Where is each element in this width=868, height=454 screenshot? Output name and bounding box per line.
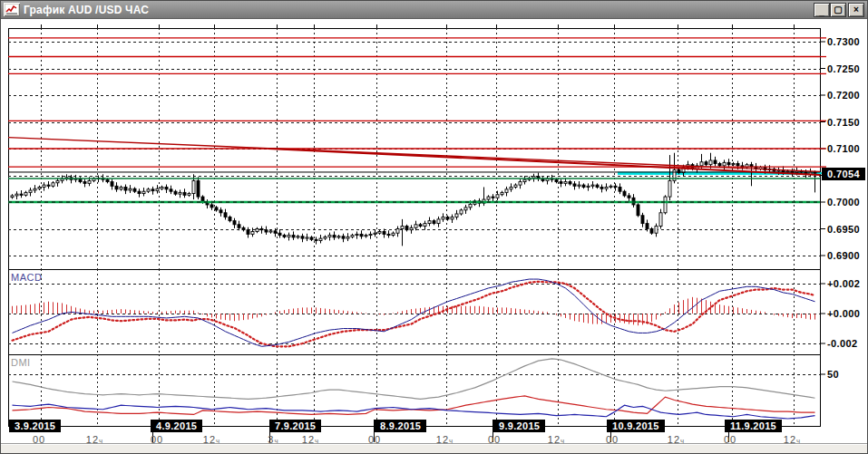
candle-body [451, 217, 454, 219]
macd-tick-label: +0.000 [827, 308, 860, 319]
chart-window: График AUD /USD ЧАС _ ▢ × MACD DMI 0.705… [0, 0, 868, 454]
candle-body [278, 233, 281, 235]
candle-body [365, 236, 367, 237]
candle-body [260, 229, 263, 230]
candle-body [442, 217, 444, 219]
candle-body [34, 188, 36, 190]
candle-body [142, 191, 145, 193]
candle-body [469, 204, 472, 208]
candle-body [510, 187, 512, 188]
candle-body [265, 230, 268, 232]
candle-body [120, 187, 122, 188]
candle-body [700, 162, 703, 166]
candle-body [732, 164, 735, 165]
candle-body [582, 185, 585, 187]
date-label: 3.9.2015 [9, 420, 61, 432]
date-label: 7.9.2015 [269, 420, 321, 432]
candle-body [219, 210, 222, 213]
candle-body [319, 238, 322, 240]
date-label: 4.9.2015 [151, 420, 202, 432]
candle-body [124, 187, 127, 190]
candle-body [505, 189, 508, 193]
candle-body [600, 187, 603, 188]
candle-body [342, 237, 345, 238]
candle-body [83, 182, 86, 184]
candle-body [492, 197, 494, 198]
candle-body [446, 217, 449, 219]
candle-body [15, 194, 18, 196]
candle-body [151, 189, 154, 191]
price-tick-label: 0.7250 [827, 63, 860, 74]
candle-body [129, 188, 132, 190]
current-price-badge: 0.7054 [822, 168, 865, 180]
candle-body [433, 221, 435, 224]
candle-body [428, 221, 431, 224]
dmi-tick-label: 50 [827, 369, 839, 380]
candle-body [501, 192, 503, 194]
candle-body [147, 189, 150, 191]
candle-body [174, 191, 177, 194]
candle-body [337, 237, 340, 237]
candle-body [709, 160, 712, 165]
candle-body [532, 177, 535, 179]
candle-body [659, 213, 662, 227]
candle-body [596, 185, 599, 187]
candle-body [392, 233, 395, 235]
candle-body [269, 231, 272, 232]
candle-body [668, 180, 671, 197]
candle-body [229, 217, 231, 221]
candle-body [88, 180, 91, 183]
candle-body [564, 182, 567, 184]
candle-body [156, 188, 159, 190]
candle-body [238, 225, 240, 228]
candle-body [514, 185, 517, 187]
candle-body [623, 191, 626, 196]
candle-body [410, 227, 413, 229]
candle-body [11, 196, 14, 198]
candle-body [437, 219, 440, 224]
chart-canvas[interactable] [1, 1, 868, 445]
candle-body [247, 230, 249, 235]
price-tick-label: 0.7200 [827, 90, 860, 101]
candle-body [20, 194, 23, 195]
date-label: 10.9.2015 [607, 420, 665, 432]
price-tick-label: 0.7000 [827, 197, 860, 208]
candle-body [573, 184, 576, 186]
price-tick-label: 0.6900 [827, 250, 860, 261]
macd-tick-label: -0.002 [827, 338, 858, 349]
candle-body [356, 234, 358, 235]
status-bar [1, 443, 867, 453]
candle-body [460, 210, 463, 214]
candle-body [351, 236, 354, 237]
candle-body [405, 227, 408, 230]
macd-tick-label: +0.002 [827, 278, 860, 289]
candle-body [560, 182, 562, 184]
candle-body [637, 205, 639, 216]
macd-panel-label: MACD [11, 272, 42, 283]
candle-body [555, 179, 558, 181]
candle-body [664, 197, 667, 213]
candle-body [424, 224, 426, 227]
candle-body [256, 229, 258, 232]
candle-body [224, 213, 227, 217]
candle-body [288, 236, 290, 237]
candle-body [614, 186, 617, 187]
candle-body [233, 221, 236, 225]
candle-body [210, 205, 213, 208]
dmi-panel[interactable] [8, 354, 820, 426]
candle-body [487, 197, 490, 199]
candle-body [655, 227, 658, 234]
candle-body [183, 192, 186, 195]
date-label: 11.9.2015 [725, 420, 782, 432]
candle-body [578, 185, 580, 186]
candle-body [587, 186, 590, 187]
price-tick-label: 0.6950 [827, 224, 860, 235]
candle-body [496, 195, 499, 198]
candle-body [455, 214, 458, 217]
candle-body [401, 227, 404, 229]
candle-body [736, 164, 739, 166]
candle-body [374, 233, 376, 234]
candle-body [310, 237, 313, 239]
candle-body [192, 180, 195, 193]
candle-body [242, 227, 245, 229]
